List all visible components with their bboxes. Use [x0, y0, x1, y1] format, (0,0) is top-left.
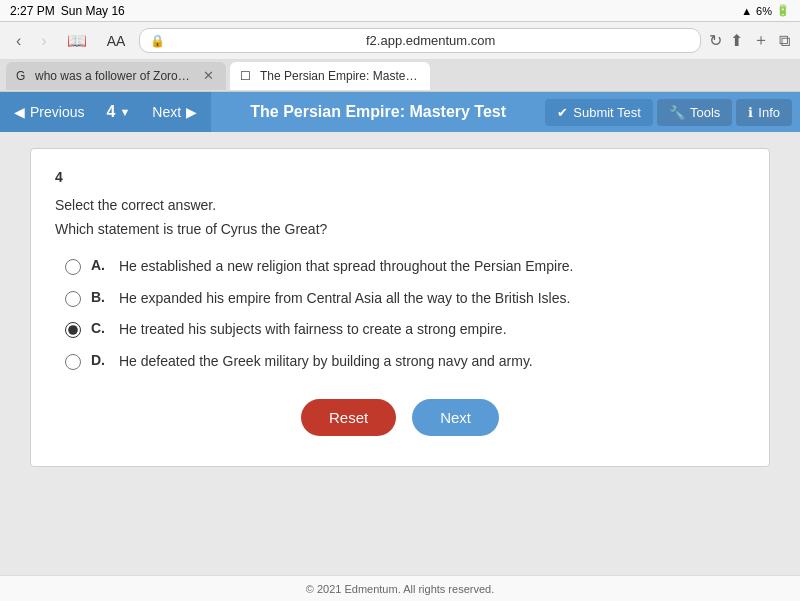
option-c-letter: C.: [91, 320, 109, 336]
tools-icon: 🔧: [669, 105, 685, 120]
toolbar-title: The Persian Empire: Mastery Test: [211, 103, 545, 121]
question-number: 4: [55, 169, 745, 185]
reload-button[interactable]: ↻: [709, 31, 722, 50]
url-bar[interactable]: 🔒 f2.app.edmentum.com: [139, 28, 701, 53]
lock-icon: 🔒: [150, 34, 165, 48]
main-content: 4 Select the correct answer. Which state…: [0, 132, 800, 575]
app-toolbar: ◀ Previous 4 ▼ Next ▶ The Persian Empire…: [0, 92, 800, 132]
submit-label: Submit Test: [573, 105, 641, 120]
info-icon: ℹ: [748, 105, 753, 120]
option-a-radio[interactable]: [65, 259, 81, 275]
option-d-radio[interactable]: [65, 354, 81, 370]
option-a[interactable]: A. He established a new religion that sp…: [65, 257, 745, 277]
tools-button[interactable]: 🔧 Tools: [657, 99, 732, 126]
google-tab-label: who was a follower of Zoroastrianism dar…: [35, 69, 195, 83]
option-c-radio[interactable]: [65, 322, 81, 338]
tabs-bar: G who was a follower of Zoroastrianism d…: [0, 60, 800, 92]
option-c-text: He treated his subjects with fairness to…: [119, 320, 507, 340]
status-bar: 2:27 PM Sun May 16 ▲ 6% 🔋: [0, 0, 800, 22]
edmentum-tab[interactable]: ☐ The Persian Empire: Mastery Test: [230, 62, 430, 90]
next-icon: ▶: [186, 104, 197, 120]
question-number-nav: 4: [106, 103, 115, 121]
battery-display: 6%: [756, 5, 772, 17]
aa-label[interactable]: AA: [101, 31, 132, 51]
question-card: 4 Select the correct answer. Which state…: [30, 148, 770, 467]
previous-button[interactable]: ◀ Previous: [0, 92, 98, 132]
dropdown-arrow-icon: ▼: [119, 106, 130, 118]
time-display: 2:27 PM: [10, 4, 55, 18]
option-d[interactable]: D. He defeated the Greek military by bui…: [65, 352, 745, 372]
copyright-text: © 2021 Edmentum. All rights reserved.: [306, 583, 494, 595]
option-c[interactable]: C. He treated his subjects with fairness…: [65, 320, 745, 340]
prev-label: Previous: [30, 104, 84, 120]
reset-button[interactable]: Reset: [301, 399, 396, 436]
nav-bar: ‹ › 📖 AA 🔒 f2.app.edmentum.com ↻ ⬆ ＋ ⧉: [0, 22, 800, 60]
google-tab-close[interactable]: ✕: [201, 68, 216, 83]
new-tab-button[interactable]: ＋: [753, 30, 769, 51]
info-button[interactable]: ℹ Info: [736, 99, 792, 126]
next-button[interactable]: Next ▶: [138, 92, 211, 132]
option-b-text: He expanded his empire from Central Asia…: [119, 289, 570, 309]
instruction-text: Select the correct answer.: [55, 197, 745, 213]
option-b-letter: B.: [91, 289, 109, 305]
toolbar-left: ◀ Previous 4 ▼ Next ▶: [0, 92, 211, 132]
battery-icon: 🔋: [776, 4, 790, 17]
status-right: ▲ 6% 🔋: [741, 4, 790, 17]
info-label: Info: [758, 105, 780, 120]
next-main-button[interactable]: Next: [412, 399, 499, 436]
wifi-icon: ▲: [741, 5, 752, 17]
question-text: Which statement is true of Cyrus the Gre…: [55, 221, 745, 237]
check-icon: ✔: [557, 105, 568, 120]
next-label: Next: [152, 104, 181, 120]
option-b[interactable]: B. He expanded his empire from Central A…: [65, 289, 745, 309]
question-nav[interactable]: 4 ▼: [98, 92, 138, 132]
forward-button[interactable]: ›: [35, 30, 52, 52]
reader-icon: 📖: [61, 29, 93, 52]
option-a-text: He established a new religion that sprea…: [119, 257, 574, 277]
option-b-radio[interactable]: [65, 291, 81, 307]
options-list: A. He established a new religion that sp…: [55, 257, 745, 371]
share-button[interactable]: ⬆: [730, 31, 743, 50]
prev-icon: ◀: [14, 104, 25, 120]
date-display: Sun May 16: [61, 4, 125, 18]
option-d-text: He defeated the Greek military by buildi…: [119, 352, 533, 372]
tools-label: Tools: [690, 105, 720, 120]
browser-actions: ⬆ ＋ ⧉: [730, 30, 790, 51]
edmentum-tab-label: The Persian Empire: Mastery Test: [260, 69, 420, 83]
back-button[interactable]: ‹: [10, 30, 27, 52]
footer: © 2021 Edmentum. All rights reserved.: [0, 575, 800, 601]
submit-test-button[interactable]: ✔ Submit Test: [545, 99, 653, 126]
google-favicon: G: [16, 69, 29, 83]
edmentum-favicon: ☐: [240, 69, 254, 83]
tabs-button[interactable]: ⧉: [779, 32, 790, 50]
status-left: 2:27 PM Sun May 16: [10, 4, 125, 18]
toolbar-right: ✔ Submit Test 🔧 Tools ℹ Info: [545, 99, 800, 126]
option-a-letter: A.: [91, 257, 109, 273]
google-tab[interactable]: G who was a follower of Zoroastrianism d…: [6, 62, 226, 90]
browser-chrome: ‹ › 📖 AA 🔒 f2.app.edmentum.com ↻ ⬆ ＋ ⧉ G…: [0, 22, 800, 92]
action-buttons: Reset Next: [55, 399, 745, 436]
option-d-letter: D.: [91, 352, 109, 368]
url-display: f2.app.edmentum.com: [171, 33, 690, 48]
